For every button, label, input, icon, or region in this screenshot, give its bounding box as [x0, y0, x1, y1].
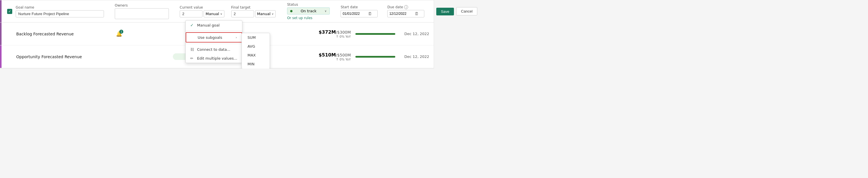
save-button[interactable]: Save	[436, 8, 454, 16]
status-label: Status	[287, 3, 333, 6]
current-value-type-text: Manual	[206, 12, 219, 16]
start-date-label: Start date	[341, 5, 380, 9]
submenu-item-max[interactable]: MAX	[242, 51, 270, 60]
progress-fill-backlog	[355, 33, 395, 35]
value-change-backlog: ↑ 0% YoY	[294, 35, 351, 39]
notification-badge-backlog[interactable]: 🔔 1	[116, 31, 122, 37]
notification-count-backlog: 1	[119, 30, 123, 34]
progress-bar-backlog	[355, 33, 395, 35]
final-target-type-text: Manual	[257, 12, 271, 16]
start-date-column: Start date 🗓	[341, 5, 380, 18]
menu-item-use-subgoals-label: Use subgoals	[198, 35, 222, 40]
due-date-column: Due date i 🗓	[387, 5, 433, 18]
final-target-column: Final target Manual ∨	[231, 5, 276, 18]
start-date-calendar-icon: 🗓	[368, 11, 372, 16]
goal-meta-backlog: 🔔 1	[116, 31, 173, 37]
final-target-label: Final target	[231, 5, 276, 9]
menu-item-manual-goal-label: Manual goal	[197, 23, 220, 27]
goal-name-label: Goal name	[16, 5, 107, 9]
due-date-calendar-icon: 🗓	[415, 11, 418, 16]
goal-name-column: Goal name	[16, 5, 107, 18]
submenu-item-sum[interactable]: SUM	[242, 33, 270, 42]
menu-item-connect-data[interactable]: ⛓ Connect to data...	[186, 45, 242, 54]
goal-name-opportunity: Opportunity Forecasted Revenue	[16, 54, 116, 59]
progress-fill-opportunity	[355, 56, 395, 58]
status-dropdown[interactable]: On track ∨	[287, 7, 330, 15]
owners-input[interactable]	[115, 8, 169, 19]
current-value-input[interactable]	[180, 10, 203, 18]
start-date-field[interactable]	[343, 12, 367, 16]
final-target-input[interactable]	[231, 10, 254, 18]
final-target-chevron-icon: ∨	[272, 12, 274, 16]
submenu-item-avg[interactable]: AVG	[242, 42, 270, 51]
row-checkbox[interactable]: ✓	[7, 9, 12, 14]
status-value-text: On track	[301, 9, 317, 13]
owners-column: Owners	[115, 3, 172, 19]
menu-item-edit-values[interactable]: ✏ Edit multiple values...	[186, 54, 242, 63]
progress-bar-opportunity	[355, 56, 395, 58]
owners-label: Owners	[115, 3, 172, 7]
submenu-item-min[interactable]: MIN	[242, 60, 270, 69]
menu-divider-2	[186, 44, 242, 44]
checkbox-checked-icon: ✓	[7, 9, 12, 14]
edit-goal-row: ✓ Goal name Owners Current value Manual …	[0, 0, 434, 23]
value-display-backlog: $372M/$300M ↑ 0% YoY	[294, 29, 351, 39]
due-date-opportunity: Dec 12, 2022	[404, 54, 429, 59]
due-date-label: Due date i	[387, 5, 433, 9]
due-date-input[interactable]: 🗓	[387, 10, 424, 18]
goal-name-backlog: Backlog Forecasted Revenue	[16, 32, 116, 36]
value-change-opportunity: ↑ 0% YoY	[294, 58, 351, 61]
menu-divider-1	[186, 31, 242, 31]
value-main-opportunity: $510M/$500M	[294, 52, 351, 58]
status-chevron-icon: ∨	[324, 9, 327, 12]
action-buttons: Save Cancel	[436, 7, 477, 16]
menu-item-use-subgoals[interactable]: ✓ Use subgoals › SUM AVG MAX MIN	[186, 32, 242, 43]
submenu-arrow-icon: ›	[236, 36, 237, 40]
goal-name-input[interactable]	[16, 10, 104, 18]
subgoals-submenu: SUM AVG MAX MIN	[242, 33, 270, 69]
row-accent-opportunity	[0, 45, 1, 68]
row-accent	[0, 0, 1, 22]
menu-item-connect-data-label: Connect to data...	[197, 47, 230, 52]
start-date-input[interactable]: 🗓	[341, 10, 378, 18]
menu-item-manual-goal[interactable]: ✓ Manual goal	[186, 21, 242, 30]
menu-check-icon: ✓	[190, 23, 195, 27]
cancel-button[interactable]: Cancel	[456, 7, 477, 16]
current-value-column: Current value Manual ∨	[180, 5, 224, 18]
value-display-opportunity: $510M/$500M ↑ 0% YoY	[294, 52, 351, 61]
due-date-backlog: Dec 12, 2022	[404, 32, 429, 36]
row-accent-backlog	[0, 23, 1, 45]
menu-item-edit-values-label: Edit multiple values...	[197, 56, 237, 60]
current-value-dropdown-menu: ✓ Manual goal ✓ Use subgoals › SUM AVG M…	[185, 20, 242, 63]
status-dot-icon	[290, 10, 292, 12]
setup-rules-link[interactable]: Or set up rules	[287, 16, 312, 20]
final-target-type-select[interactable]: Manual ∨	[255, 10, 276, 18]
due-date-field[interactable]	[389, 12, 413, 16]
edit-values-icon: ✏	[190, 56, 195, 60]
status-column: Status On track ∨ Or set up rules	[287, 3, 333, 20]
current-value-label: Current value	[180, 5, 224, 9]
due-date-info-icon: i	[404, 5, 408, 9]
setup-rules-area: Or set up rules	[287, 16, 333, 20]
current-value-chevron-icon: ∨	[220, 12, 222, 16]
current-value-type-select[interactable]: Manual ∨	[204, 10, 224, 18]
value-main-backlog: $372M/$300M	[294, 29, 351, 35]
connect-data-icon: ⛓	[190, 47, 195, 52]
